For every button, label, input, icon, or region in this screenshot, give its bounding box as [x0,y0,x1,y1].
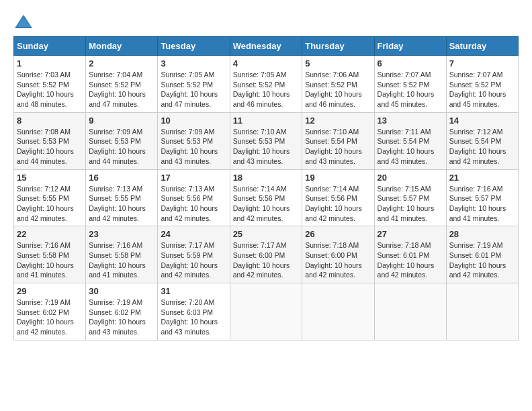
day-info: Sunrise: 7:16 AM Sunset: 5:57 PM Dayligh… [449,184,515,224]
calendar-cell [302,283,374,340]
calendar-week-5: 29Sunrise: 7:19 AM Sunset: 6:02 PM Dayli… [14,283,519,340]
day-number: 31 [161,286,226,296]
calendar-cell: 11Sunrise: 7:10 AM Sunset: 5:53 PM Dayli… [230,112,302,169]
calendar-cell: 8Sunrise: 7:08 AM Sunset: 5:53 PM Daylig… [14,112,86,169]
calendar-cell [446,283,518,340]
calendar-cell: 18Sunrise: 7:14 AM Sunset: 5:56 PM Dayli… [230,169,302,226]
calendar-cell: 14Sunrise: 7:12 AM Sunset: 5:54 PM Dayli… [446,112,518,169]
day-number: 2 [89,58,154,68]
calendar-cell: 15Sunrise: 7:12 AM Sunset: 5:55 PM Dayli… [14,169,86,226]
day-number: 10 [161,116,226,126]
calendar-cell [374,283,446,340]
day-number: 22 [17,229,83,239]
calendar-cell: 9Sunrise: 7:09 AM Sunset: 5:53 PM Daylig… [86,112,158,169]
calendar-week-4: 22Sunrise: 7:16 AM Sunset: 5:58 PM Dayli… [14,226,519,283]
calendar-cell: 26Sunrise: 7:18 AM Sunset: 6:00 PM Dayli… [302,226,374,283]
calendar-cell [230,283,302,340]
calendar-header-thursday: Thursday [302,37,374,56]
calendar-cell: 10Sunrise: 7:09 AM Sunset: 5:53 PM Dayli… [158,112,230,169]
svg-marker-1 [16,17,31,27]
logo-icon [13,13,34,30]
day-number: 9 [89,116,154,126]
day-number: 23 [89,229,154,239]
calendar-cell: 30Sunrise: 7:19 AM Sunset: 6:02 PM Dayli… [86,283,158,340]
day-number: 17 [161,173,226,183]
calendar-header-monday: Monday [86,37,158,56]
day-info: Sunrise: 7:09 AM Sunset: 5:53 PM Dayligh… [89,127,154,167]
day-info: Sunrise: 7:05 AM Sunset: 5:52 PM Dayligh… [233,70,300,109]
calendar-cell: 4Sunrise: 7:05 AM Sunset: 5:52 PM Daylig… [230,56,302,113]
calendar-cell: 12Sunrise: 7:10 AM Sunset: 5:54 PM Dayli… [302,112,374,169]
calendar-cell: 19Sunrise: 7:14 AM Sunset: 5:56 PM Dayli… [302,169,374,226]
calendar-header-wednesday: Wednesday [230,37,302,56]
calendar-cell: 31Sunrise: 7:20 AM Sunset: 6:03 PM Dayli… [158,283,230,340]
day-info: Sunrise: 7:07 AM Sunset: 5:52 PM Dayligh… [378,70,443,109]
calendar-header-sunday: Sunday [14,37,86,56]
day-info: Sunrise: 7:16 AM Sunset: 5:58 PM Dayligh… [89,240,154,280]
day-number: 25 [233,229,300,239]
day-info: Sunrise: 7:13 AM Sunset: 5:55 PM Dayligh… [89,184,154,224]
day-number: 8 [17,116,83,126]
day-info: Sunrise: 7:09 AM Sunset: 5:53 PM Dayligh… [161,127,226,167]
calendar-cell: 6Sunrise: 7:07 AM Sunset: 5:52 PM Daylig… [374,56,446,113]
calendar-cell: 20Sunrise: 7:15 AM Sunset: 5:57 PM Dayli… [374,169,446,226]
day-number: 26 [305,229,371,239]
day-info: Sunrise: 7:15 AM Sunset: 5:57 PM Dayligh… [378,184,443,224]
day-number: 29 [17,286,83,296]
day-number: 14 [449,116,515,126]
day-number: 19 [305,173,371,183]
calendar-header-saturday: Saturday [446,37,518,56]
calendar-cell: 21Sunrise: 7:16 AM Sunset: 5:57 PM Dayli… [446,169,518,226]
day-info: Sunrise: 7:19 AM Sunset: 6:01 PM Dayligh… [449,240,515,280]
calendar-header-row: SundayMondayTuesdayWednesdayThursdayFrid… [14,37,519,56]
day-info: Sunrise: 7:11 AM Sunset: 5:54 PM Dayligh… [378,127,443,167]
calendar-cell: 25Sunrise: 7:17 AM Sunset: 6:00 PM Dayli… [230,226,302,283]
calendar-table: SundayMondayTuesdayWednesdayThursdayFrid… [13,36,519,340]
day-info: Sunrise: 7:17 AM Sunset: 5:59 PM Dayligh… [161,240,226,280]
day-info: Sunrise: 7:18 AM Sunset: 6:01 PM Dayligh… [378,240,443,280]
calendar-cell: 16Sunrise: 7:13 AM Sunset: 5:55 PM Dayli… [86,169,158,226]
calendar-header-tuesday: Tuesday [158,37,230,56]
calendar-cell: 23Sunrise: 7:16 AM Sunset: 5:58 PM Dayli… [86,226,158,283]
day-info: Sunrise: 7:12 AM Sunset: 5:54 PM Dayligh… [449,127,515,167]
day-number: 4 [233,58,300,68]
calendar-header-friday: Friday [374,37,446,56]
day-info: Sunrise: 7:10 AM Sunset: 5:54 PM Dayligh… [305,127,371,167]
day-info: Sunrise: 7:08 AM Sunset: 5:53 PM Dayligh… [17,127,83,167]
calendar-cell: 17Sunrise: 7:13 AM Sunset: 5:56 PM Dayli… [158,169,230,226]
day-info: Sunrise: 7:03 AM Sunset: 5:52 PM Dayligh… [17,70,83,109]
day-info: Sunrise: 7:05 AM Sunset: 5:52 PM Dayligh… [161,70,226,109]
calendar-week-1: 1Sunrise: 7:03 AM Sunset: 5:52 PM Daylig… [14,56,519,113]
day-number: 13 [378,116,443,126]
day-info: Sunrise: 7:12 AM Sunset: 5:55 PM Dayligh… [17,184,83,224]
day-info: Sunrise: 7:18 AM Sunset: 6:00 PM Dayligh… [305,240,371,280]
logo [13,13,36,30]
day-number: 27 [378,229,443,239]
day-number: 24 [161,229,226,239]
day-number: 7 [449,58,515,68]
calendar-cell: 3Sunrise: 7:05 AM Sunset: 5:52 PM Daylig… [158,56,230,113]
day-number: 3 [161,58,226,68]
day-info: Sunrise: 7:17 AM Sunset: 6:00 PM Dayligh… [233,240,300,280]
day-number: 12 [305,116,371,126]
day-number: 20 [378,173,443,183]
calendar-cell: 5Sunrise: 7:06 AM Sunset: 5:52 PM Daylig… [302,56,374,113]
day-number: 11 [233,116,300,126]
day-number: 30 [89,286,154,296]
calendar-week-2: 8Sunrise: 7:08 AM Sunset: 5:53 PM Daylig… [14,112,519,169]
day-info: Sunrise: 7:14 AM Sunset: 5:56 PM Dayligh… [233,184,300,224]
calendar-cell: 7Sunrise: 7:07 AM Sunset: 5:52 PM Daylig… [446,56,518,113]
day-info: Sunrise: 7:20 AM Sunset: 6:03 PM Dayligh… [161,298,226,337]
day-info: Sunrise: 7:19 AM Sunset: 6:02 PM Dayligh… [17,298,83,337]
day-info: Sunrise: 7:14 AM Sunset: 5:56 PM Dayligh… [305,184,371,224]
day-info: Sunrise: 7:10 AM Sunset: 5:53 PM Dayligh… [233,127,300,167]
calendar-cell: 28Sunrise: 7:19 AM Sunset: 6:01 PM Dayli… [446,226,518,283]
day-info: Sunrise: 7:07 AM Sunset: 5:52 PM Dayligh… [449,70,515,109]
calendar-cell: 29Sunrise: 7:19 AM Sunset: 6:02 PM Dayli… [14,283,86,340]
day-info: Sunrise: 7:13 AM Sunset: 5:56 PM Dayligh… [161,184,226,224]
day-info: Sunrise: 7:06 AM Sunset: 5:52 PM Dayligh… [305,70,371,109]
page-header [13,13,519,30]
calendar-week-3: 15Sunrise: 7:12 AM Sunset: 5:55 PM Dayli… [14,169,519,226]
day-number: 15 [17,173,83,183]
day-number: 6 [378,58,443,68]
